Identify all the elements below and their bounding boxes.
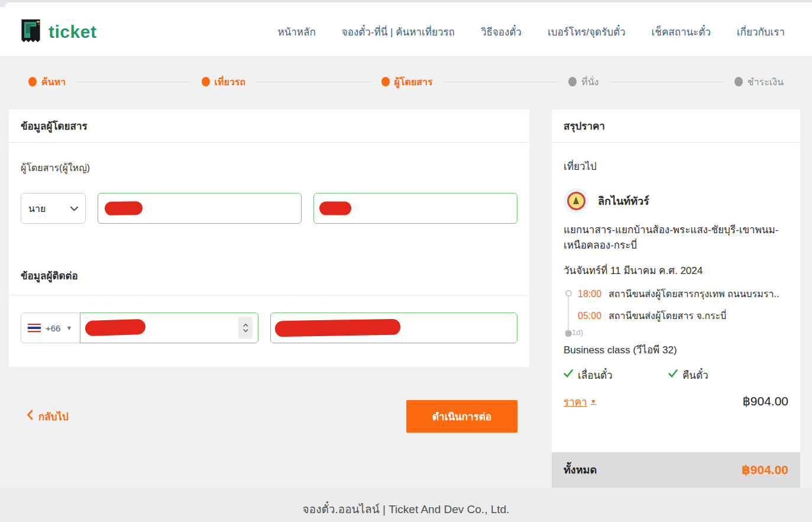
step-dot bbox=[735, 77, 743, 86]
arrival-stop: 05:00 สถานีขนส่งผู้โดยสาร จ.กระบี่ bbox=[578, 308, 788, 330]
step-payment: ชำระเงิน bbox=[735, 75, 784, 89]
ticket-perks: เลื่อนตั๋ว คืนตั๋ว bbox=[564, 367, 788, 383]
step-dot bbox=[202, 77, 210, 86]
check-icon bbox=[564, 369, 573, 381]
continue-button[interactable]: ดำเนินการต่อ bbox=[406, 400, 517, 433]
chevron-left-icon bbox=[27, 410, 33, 423]
step-connector bbox=[609, 82, 723, 82]
step-trip[interactable]: เที่ยวรถ bbox=[202, 75, 246, 89]
operator-row: ลิกไนท์ทัวร์ bbox=[564, 188, 788, 213]
operator-name: ลิกไนท์ทัวร์ bbox=[598, 192, 649, 210]
nav-item-about[interactable]: เกี่ยวกับเรา bbox=[737, 24, 785, 40]
nav-item-ticket-status[interactable]: เช็คสถานะตั๋ว bbox=[652, 24, 711, 40]
trip-direction-label: เที่ยวไป bbox=[564, 158, 788, 174]
passenger-card-title: ข้อมูลผู้โดยสาร bbox=[9, 109, 529, 143]
departure-stop: 18:00 สถานีขนส่งผู้โดยสารกรุงเทพ ถนนบรมร… bbox=[578, 286, 788, 308]
dial-code: +66 bbox=[46, 323, 60, 333]
page-footer: จองตั๋ว.ออนไลน์ | Ticket And Dev Co., Lt… bbox=[0, 488, 812, 522]
summary-column: สรุปราคา เที่ยวไป ลิกไนท์ทัวร์ แยกนาสาร-… bbox=[552, 109, 800, 488]
thailand-flag-icon bbox=[27, 323, 41, 333]
phone-field bbox=[80, 312, 258, 343]
adult-passenger-label: ผู้โดยสาร(ผู้ใหญ่) bbox=[21, 160, 517, 175]
caret-down-icon: ▼ bbox=[591, 398, 597, 405]
price-summary-card: สรุปราคา เที่ยวไป ลิกไนท์ทัวร์ แยกนาสาร-… bbox=[552, 109, 800, 488]
step-label: ชำระเงิน bbox=[748, 75, 784, 89]
step-connector bbox=[76, 82, 190, 82]
email-field bbox=[270, 312, 517, 343]
nav-item-book-search[interactable]: จองตั๋ว-ที่นี่ | ค้นหาเที่ยวรถ bbox=[342, 24, 455, 40]
price-link-label: ราคา bbox=[564, 394, 587, 410]
contact-form: +66 ▼ bbox=[9, 296, 529, 367]
chevron-down-icon bbox=[70, 203, 78, 214]
main-nav: หน้าหลัก จองตั๋ว-ที่นี่ | ค้นหาเที่ยวรถ … bbox=[277, 24, 785, 40]
arrival-time: 05:00 bbox=[578, 311, 601, 321]
email-input[interactable] bbox=[270, 312, 517, 343]
step-label: ที่นั่ง bbox=[581, 75, 599, 89]
name-title-value: นาย bbox=[28, 201, 46, 216]
first-name-field bbox=[98, 193, 302, 224]
country-code-select[interactable]: +66 ▼ bbox=[21, 312, 80, 343]
total-row: ทั้งหมด ฿904.00 bbox=[552, 452, 800, 488]
browser-edge-strip bbox=[0, 0, 812, 7]
step-dot bbox=[381, 77, 390, 86]
step-label: ค้นหา bbox=[41, 75, 66, 89]
nav-item-how-to-book[interactable]: วิธีจองตั๋ว bbox=[481, 24, 522, 40]
passenger-form: ผู้โดยสาร(ผู้ใหญ่) นาย bbox=[9, 143, 529, 253]
step-search[interactable]: ค้นหา bbox=[28, 75, 66, 89]
back-label: กลับไป bbox=[38, 408, 69, 424]
day-offset-badge: (+1d) bbox=[565, 328, 788, 337]
step-label: เที่ยวรถ bbox=[215, 75, 246, 89]
price-breakdown-toggle[interactable]: ราคา ▼ bbox=[564, 394, 597, 410]
name-title-select[interactable]: นาย bbox=[21, 193, 86, 224]
arrival-station: สถานีขนส่งผู้โดยสาร จ.กระบี่ bbox=[609, 308, 726, 323]
top-navbar: ticket หน้าหลัก จองตั๋ว-ที่นี่ | ค้นหาเท… bbox=[0, 7, 812, 57]
brand-logo[interactable]: ticket bbox=[18, 18, 96, 46]
departure-station: สถานีขนส่งผู้โดยสารกรุงเทพ ถนนบรมรา.. bbox=[609, 286, 779, 301]
nav-item-phone-pickup[interactable]: เบอร์โทร/จุดรับตั๋ว bbox=[548, 24, 626, 40]
step-dot bbox=[568, 77, 577, 86]
check-icon bbox=[668, 369, 678, 381]
caret-down-icon: ▼ bbox=[66, 324, 72, 331]
brand-name: ticket bbox=[48, 22, 96, 42]
step-label: ผู้โดยสาร bbox=[394, 75, 433, 89]
trip-timeline: 18:00 สถานีขนส่งผู้โดยสารกรุงเทพ ถนนบรมร… bbox=[564, 286, 788, 337]
page-top-edge bbox=[5, 2, 812, 7]
bus-class: Business class (วีไอพี 32) bbox=[564, 341, 788, 357]
timeline-line bbox=[568, 297, 569, 330]
content: ข้อมูลผู้โดยสาร ผู้โดยสาร(ผู้ใหญ่) นาย bbox=[0, 94, 812, 488]
total-label: ทั้งหมด bbox=[564, 461, 597, 478]
first-name-input[interactable] bbox=[98, 193, 302, 224]
passenger-info-card: ข้อมูลผู้โดยสาร ผู้โดยสาร(ผู้ใหญ่) นาย bbox=[9, 109, 529, 367]
route-description: แยกนาสาร-แยกบ้านส้อง-พระแสง-ชัยบุรี-เขาพ… bbox=[564, 223, 788, 254]
back-link[interactable]: กลับไป bbox=[27, 408, 69, 424]
phone-group: +66 ▼ bbox=[21, 312, 258, 343]
step-connector bbox=[444, 82, 558, 82]
departure-time: 18:00 bbox=[578, 289, 601, 299]
contact-section-title: ข้อมูลผู้ติดต่อ bbox=[9, 253, 529, 296]
total-value: ฿904.00 bbox=[742, 463, 788, 477]
ticket-logo-icon bbox=[18, 18, 44, 46]
form-actions: กลับไป ดำเนินการต่อ bbox=[9, 400, 529, 433]
perk-reschedule: เลื่อนตั๋ว bbox=[564, 367, 668, 383]
step-connector bbox=[256, 82, 370, 82]
travel-date: วันจันทร์ที่ 11 มีนาคม ค.ศ. 2024 bbox=[564, 262, 788, 278]
phone-input[interactable] bbox=[80, 312, 258, 343]
nav-item-home[interactable]: หน้าหลัก bbox=[277, 24, 315, 40]
number-spinner[interactable] bbox=[238, 317, 253, 339]
step-dot bbox=[28, 77, 37, 86]
perk-label: เลื่อนตั๋ว bbox=[578, 367, 613, 383]
perk-label: คืนตั๋ว bbox=[682, 367, 709, 383]
step-seat: ที่นั่ง bbox=[568, 75, 599, 89]
step-passenger[interactable]: ผู้โดยสาร bbox=[381, 75, 433, 89]
passenger-column: ข้อมูลผู้โดยสาร ผู้โดยสาร(ผู้ใหญ่) นาย bbox=[9, 109, 529, 433]
booking-stepper: ค้นหา เที่ยวรถ ผู้โดยสาร ที่นั่ง ชำระเงิ… bbox=[0, 70, 812, 94]
perk-refund: คืนตั๋ว bbox=[668, 367, 773, 383]
footer-text: จองตั๋ว.ออนไลน์ | Ticket And Dev Co., Lt… bbox=[303, 500, 510, 518]
price-value: ฿904.00 bbox=[742, 394, 788, 408]
summary-card-title: สรุปราคา bbox=[552, 109, 800, 143]
price-row: ราคา ▼ ฿904.00 bbox=[564, 394, 788, 410]
origin-dot-icon bbox=[565, 290, 572, 297]
operator-logo bbox=[564, 188, 588, 213]
last-name-input[interactable] bbox=[313, 193, 517, 224]
last-name-field bbox=[313, 193, 517, 224]
